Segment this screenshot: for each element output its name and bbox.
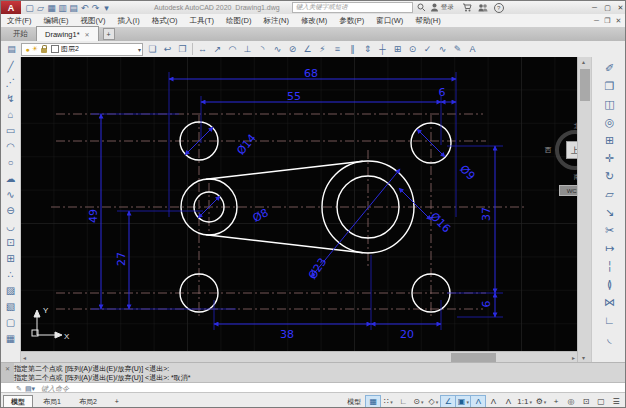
tab-start[interactable]: 开始 [5, 27, 36, 41]
dropdown-icon[interactable]: ▾ [544, 399, 547, 405]
dim-baseline-icon[interactable]: ≡ [330, 43, 345, 56]
spline-icon[interactable]: ∿ [2, 186, 20, 202]
extend-icon[interactable]: ↦ [600, 239, 620, 257]
menu-item[interactable]: 修改(M) [295, 16, 333, 26]
layer-selector[interactable]: ● ☀ 图层2 ▾ [21, 43, 143, 56]
layer-on-icon[interactable]: ● [24, 46, 31, 53]
window-minimize-button[interactable]: ─ [588, 2, 601, 13]
polygon-icon[interactable]: ⌂ [2, 106, 20, 122]
construction-line-icon[interactable]: ⋰ [2, 74, 20, 90]
new-tab-button[interactable]: + [103, 28, 115, 40]
dropdown-icon[interactable]: ▾ [421, 399, 424, 405]
dim-inspect-icon[interactable]: ✓ [420, 43, 435, 56]
dim-arc-length-icon[interactable]: ◠ [225, 43, 240, 56]
dim-radius-icon[interactable]: ◝ [255, 43, 270, 56]
status-plus-button[interactable]: + [549, 396, 563, 408]
menu-item[interactable]: 绘图(D) [220, 16, 257, 26]
osnap-tracking-toggle[interactable]: ∠ [441, 396, 455, 408]
help-icon[interactable]: ? [494, 3, 504, 13]
rotate-icon[interactable]: ↻ [600, 167, 620, 185]
make-object-layer-current-button[interactable]: ❏ [145, 43, 160, 56]
table-icon[interactable]: ▦ [2, 330, 20, 346]
menu-item[interactable]: 编辑(E) [38, 16, 75, 26]
annotation-autoscale-toggle[interactable]: Λ [486, 396, 500, 408]
annotation-scale-icon[interactable]: Λ [501, 396, 515, 408]
scroll-down-icon[interactable]: ▾ [582, 354, 585, 361]
layer-states-button[interactable]: ❐ [175, 43, 190, 56]
vertical-scroll-thumb[interactable] [580, 69, 590, 101]
break-at-point-icon[interactable]: ╎ [600, 257, 620, 275]
menu-item[interactable]: 工具(T) [184, 16, 221, 26]
object-snap-toggle[interactable]: ▣▾ [456, 396, 470, 408]
command-window-close-icon[interactable]: ✕ [5, 365, 10, 372]
snap-mode-toggle[interactable]: ∷▾ [381, 396, 395, 408]
line-icon[interactable]: ╱ [2, 58, 20, 74]
region-icon[interactable]: ▢ [2, 314, 20, 330]
search-icon[interactable] [417, 3, 426, 12]
scroll-up-icon[interactable]: ▴ [582, 58, 585, 65]
annotation-visibility-toggle[interactable]: Λ [471, 396, 485, 408]
dim-space-icon[interactable]: ⇕ [360, 43, 375, 56]
trim-icon[interactable]: ✂ [600, 221, 620, 239]
point-icon[interactable]: ∴ [2, 266, 20, 282]
ortho-toggle[interactable]: ∟ [396, 396, 410, 408]
dim-tolerance-icon[interactable]: ⊞ [390, 43, 405, 56]
array-icon[interactable]: ⊞ [600, 131, 620, 149]
dim-continue-icon[interactable]: ∥ [345, 43, 360, 56]
scroll-left-icon[interactable]: ◂ [23, 354, 26, 361]
dim-jogged-icon[interactable]: ∿ [270, 43, 285, 56]
dim-text-edit-icon[interactable]: A [465, 43, 480, 56]
polar-tracking-toggle[interactable]: ⊙▾ [411, 396, 425, 408]
erase-icon[interactable]: ✐ [600, 59, 620, 77]
dim-linear-icon[interactable]: ↔ [195, 43, 210, 56]
dim-angular-icon[interactable]: ∠ [300, 43, 315, 56]
menu-item[interactable]: 视图(V) [75, 16, 112, 26]
save-as-button[interactable]: ▥ [57, 1, 68, 14]
share-icon[interactable] [478, 3, 488, 12]
open-button[interactable]: ▱ [35, 1, 46, 14]
dim-edit-icon[interactable]: ✎ [450, 43, 465, 56]
store-cart-icon[interactable] [462, 3, 472, 12]
move-icon[interactable]: ✛ [600, 149, 620, 167]
layer-lock-icon[interactable] [41, 48, 47, 53]
rectangle-icon[interactable]: ▭ [2, 122, 20, 138]
window-maximize-button[interactable]: ▢ [601, 2, 614, 13]
dim-diameter-icon[interactable]: ⊘ [285, 43, 300, 56]
dim-ordinate-icon[interactable]: ⊥ [240, 43, 255, 56]
menu-item[interactable]: 文件(F) [1, 16, 38, 26]
layer-dropdown-icon[interactable]: ▾ [138, 46, 142, 53]
mirror-icon[interactable]: ◫ [600, 95, 620, 113]
layer-previous-button[interactable]: ↩ [160, 43, 175, 56]
ellipse-icon[interactable]: ⊖ [2, 202, 20, 218]
doc-restore-button[interactable]: ❐ [602, 17, 613, 25]
ellipse-arc-icon[interactable]: ◡ [2, 218, 20, 234]
menu-item[interactable]: 帮助(H) [409, 16, 446, 26]
dim-break-icon[interactable]: ┼ [375, 43, 390, 56]
hatch-icon[interactable]: ▨ [2, 282, 20, 298]
layout-tab-model[interactable]: 模型 [3, 395, 33, 408]
redo-button[interactable]: ↷ [90, 1, 101, 14]
annotation-scale-value[interactable]: 1:1▾ [516, 396, 533, 408]
circle-icon[interactable]: ○ [2, 154, 20, 170]
revcloud-icon[interactable]: ☁ [2, 170, 20, 186]
join-icon[interactable]: ⋈ [600, 293, 620, 311]
isolate-objects-button[interactable]: ◎ [564, 396, 578, 408]
copy-icon[interactable]: ❐ [600, 77, 620, 95]
command-window[interactable]: ✕ 指定第二个点或 [阵列(A)/退出(E)/放弃(U)] <退出>:指定第二个… [1, 362, 626, 393]
model-space-view[interactable]: 6855649273763820Ø14Ø8Ø23Ø16Ø9 Y X [21, 57, 577, 351]
menu-item[interactable]: 标注(N) [258, 16, 295, 26]
stretch-icon[interactable]: ↘ [600, 203, 620, 221]
dim-center-mark-icon[interactable]: ⊙ [405, 43, 420, 56]
model-space-badge[interactable]: 模型 [343, 396, 365, 408]
insert-block-icon[interactable]: ⊡ [2, 234, 20, 250]
menu-item[interactable]: 参数(P) [333, 16, 370, 26]
dim-jog-line-icon[interactable]: ∿ [435, 43, 450, 56]
break-icon[interactable]: ≬ [600, 275, 620, 293]
sign-in-button[interactable]: 登录 [441, 3, 454, 12]
dropdown-icon[interactable]: ▾ [466, 399, 469, 405]
undo-button[interactable]: ↶ [79, 1, 90, 14]
drawing-canvas[interactable]: 6855649273763820Ø14Ø8Ø23Ø16Ø9 Y X 北 西 东 … [21, 57, 577, 351]
chamfer-icon[interactable]: ∟ [600, 311, 620, 329]
help-search-input[interactable]: 键入关键字或短语 [292, 2, 413, 13]
polyline-icon[interactable]: ↯ [2, 90, 20, 106]
